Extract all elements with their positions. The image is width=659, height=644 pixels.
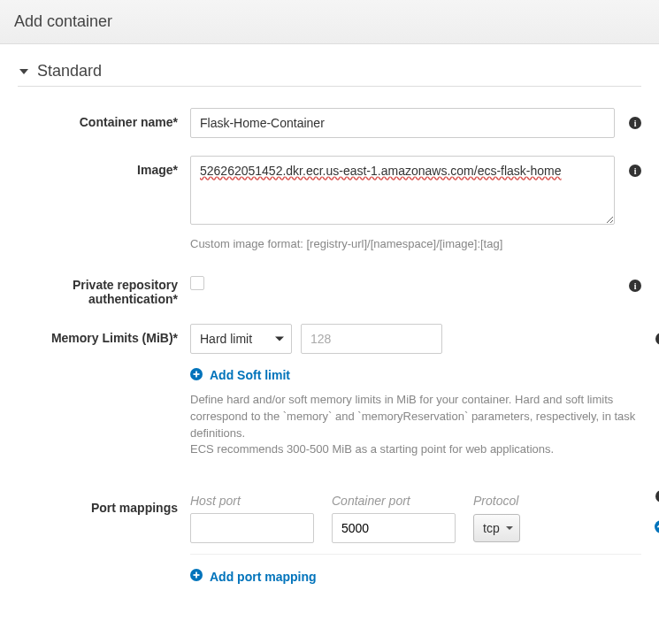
private-repo-label: Private repository authentication*: [18, 271, 190, 306]
panel-header: Add container: [0, 0, 659, 44]
chevron-down-icon: [19, 69, 28, 74]
remove-port-button[interactable]: [655, 520, 659, 536]
svg-text:i: i: [634, 166, 637, 176]
add-soft-limit-button[interactable]: Add Soft limit: [190, 368, 290, 383]
memory-limits-control: Hard limit i Add Soft limit Define hard …: [190, 324, 641, 458]
host-port-input[interactable]: [190, 513, 314, 543]
protocol-header: Protocol: [473, 494, 535, 508]
memory-limits-row: Memory Limits (MiB)* Hard limit i Add So…: [18, 324, 641, 458]
private-repo-control: i: [190, 271, 615, 290]
port-mappings-row: Port mappings i Host port Container port…: [18, 494, 641, 584]
container-name-row: Container name* i: [18, 108, 641, 138]
memory-limits-label: Memory Limits (MiB)*: [18, 324, 190, 345]
memory-limits-inputs: Hard limit: [190, 324, 641, 354]
chevron-down-icon: [506, 526, 513, 530]
section-title: Standard: [37, 62, 102, 80]
memory-help: Define hard and/or soft memory limits in…: [190, 392, 641, 458]
info-icon[interactable]: i: [655, 333, 659, 345]
port-mapping-row: tcp: [190, 513, 641, 555]
standard-section: Standard Container name* i Image* 526262…: [0, 44, 659, 584]
memory-value-input[interactable]: [301, 324, 442, 354]
svg-point-11: [655, 490, 659, 502]
section-toggle-row[interactable]: Standard: [18, 62, 641, 87]
info-icon[interactable]: i: [629, 117, 641, 129]
host-port-header: Host port: [190, 494, 314, 508]
container-name-input[interactable]: [190, 108, 615, 138]
container-name-label: Container name*: [18, 108, 190, 129]
container-port-header: Container port: [332, 494, 456, 508]
image-input[interactable]: 526262051452.dkr.ecr.us-east-1.amazonaws…: [190, 156, 615, 225]
chevron-down-icon: [275, 336, 284, 341]
svg-point-6: [655, 333, 659, 345]
svg-rect-18: [194, 574, 200, 576]
panel-title: Add container: [14, 12, 112, 30]
port-headers: Host port Container port Protocol: [190, 494, 641, 508]
container-name-control: i: [190, 108, 615, 138]
protocol-value: tcp: [483, 521, 500, 535]
private-repo-checkbox[interactable]: [190, 276, 204, 290]
image-help: Custom image format: [registry-url]/[nam…: [190, 236, 615, 253]
memory-type-select[interactable]: Hard limit: [190, 324, 292, 354]
image-row: Image* 526262051452.dkr.ecr.us-east-1.am…: [18, 156, 641, 253]
port-mappings-control: i Host port Container port Protocol tcp: [190, 494, 641, 584]
svg-rect-10: [194, 373, 200, 375]
info-icon[interactable]: i: [629, 280, 641, 292]
protocol-select[interactable]: tcp: [473, 514, 520, 542]
container-port-input[interactable]: [332, 513, 456, 543]
port-mappings-label: Port mappings: [18, 494, 190, 515]
add-soft-limit-label: Add Soft limit: [210, 368, 290, 382]
plus-circle-icon: [190, 569, 203, 584]
info-icon[interactable]: i: [629, 165, 641, 177]
image-label: Image*: [18, 156, 190, 177]
image-control: 526262051452.dkr.ecr.us-east-1.amazonaws…: [190, 156, 615, 253]
add-port-mapping-button[interactable]: Add port mapping: [190, 569, 317, 584]
add-port-mapping-label: Add port mapping: [210, 570, 317, 584]
info-icon[interactable]: i: [655, 490, 659, 502]
svg-text:i: i: [634, 280, 637, 290]
private-repo-row: Private repository authentication* i: [18, 271, 641, 306]
memory-type-value: Hard limit: [200, 332, 252, 346]
svg-text:i: i: [634, 119, 637, 128]
plus-circle-icon: [190, 368, 203, 383]
